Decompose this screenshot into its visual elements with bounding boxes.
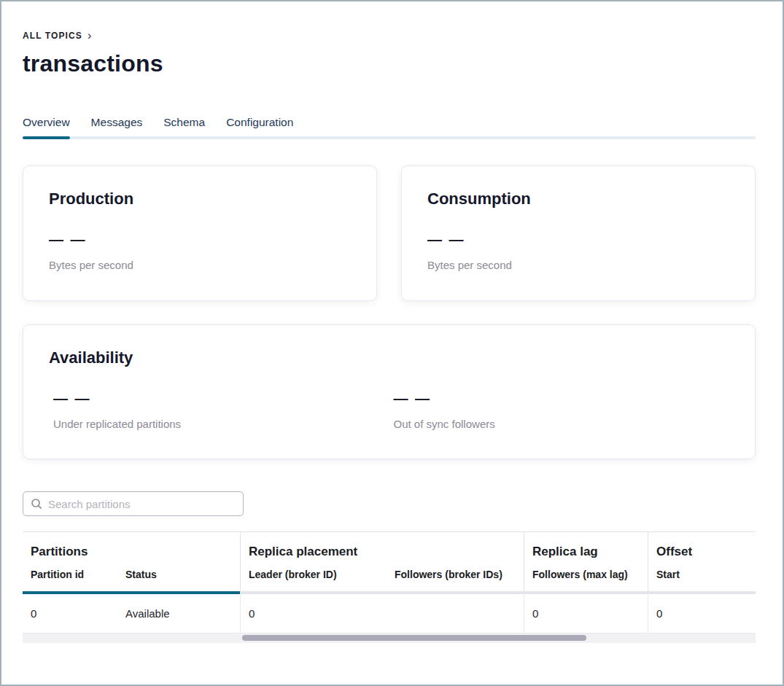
availability-card: Availability — — Under replicated partit… [23, 324, 756, 459]
group-label-replica-placement: Replica placement [249, 545, 524, 559]
group-label-partitions: Partitions [31, 545, 240, 559]
production-card-title: Production [49, 190, 351, 208]
partitions-table: Partitions Partition id Status Replica p… [23, 531, 756, 643]
tab-overview[interactable]: Overview [23, 116, 70, 139]
under-replicated-label: Under replicated partitions [53, 418, 389, 430]
page-title: transactions [23, 50, 756, 77]
cell-leader: 0 [249, 607, 395, 620]
production-value: — — [49, 232, 351, 246]
partitions-table-header: Partitions Partition id Status Replica p… [23, 531, 756, 594]
column-group-offset: Offset Start [648, 532, 756, 594]
consumption-label: Bytes per second [427, 259, 729, 271]
cell-max-lag: 0 [532, 607, 538, 620]
search-partitions-input[interactable] [48, 498, 236, 510]
group-label-offset: Offset [656, 545, 756, 559]
cell-status: Available [125, 607, 170, 620]
consumption-card: Consumption — — Bytes per second [401, 165, 756, 301]
column-group-partitions: Partitions Partition id Status [23, 532, 240, 594]
horizontal-scrollbar[interactable] [23, 634, 756, 643]
cell-start: 0 [656, 607, 662, 620]
column-group-replica-placement: Replica placement Leader (broker ID) Fol… [240, 532, 524, 594]
breadcrumb[interactable]: ALL TOPICS › [23, 31, 756, 41]
group-label-replica-lag: Replica lag [532, 545, 648, 559]
column-partition-id: Partition id [31, 569, 125, 580]
metric-cards-row: Production — — Bytes per second Consumpt… [23, 165, 756, 301]
out-of-sync-label: Out of sync followers [394, 418, 730, 430]
availability-card-title: Availability [49, 348, 729, 367]
consumption-card-title: Consumption [427, 190, 729, 208]
cell-partition-id: 0 [31, 607, 125, 620]
horizontal-scrollbar-thumb[interactable] [242, 635, 586, 641]
search-partitions-box[interactable] [23, 491, 244, 516]
production-label: Bytes per second [49, 259, 351, 271]
out-of-sync-metric: — — Out of sync followers [389, 367, 730, 430]
column-start: Start [656, 569, 680, 580]
under-replicated-value: — — [53, 391, 389, 405]
column-followers-max-lag: Followers (max lag) [532, 569, 628, 580]
consumption-value: — — [427, 232, 729, 246]
breadcrumb-all-topics-link[interactable]: ALL TOPICS [23, 31, 82, 41]
column-followers-broker-ids: Followers (broker IDs) [395, 569, 502, 580]
column-leader-broker-id: Leader (broker ID) [249, 569, 395, 580]
search-icon [31, 498, 42, 510]
column-group-replica-lag: Replica lag Followers (max lag) [524, 532, 648, 594]
topic-overview-page: ALL TOPICS › transactions Overview Messa… [1, 1, 783, 643]
under-replicated-metric: — — Under replicated partitions [49, 367, 389, 430]
tab-configuration[interactable]: Configuration [226, 116, 293, 139]
tab-schema[interactable]: Schema [163, 116, 205, 139]
table-row[interactable]: 0 Available 0 0 0 [23, 594, 756, 634]
tab-bar: Overview Messages Schema Configuration [23, 116, 756, 139]
chevron-right-icon: › [88, 31, 91, 40]
production-card: Production — — Bytes per second [23, 165, 377, 301]
tab-messages[interactable]: Messages [91, 116, 143, 139]
column-status: Status [125, 569, 157, 580]
out-of-sync-value: — — [394, 391, 730, 405]
